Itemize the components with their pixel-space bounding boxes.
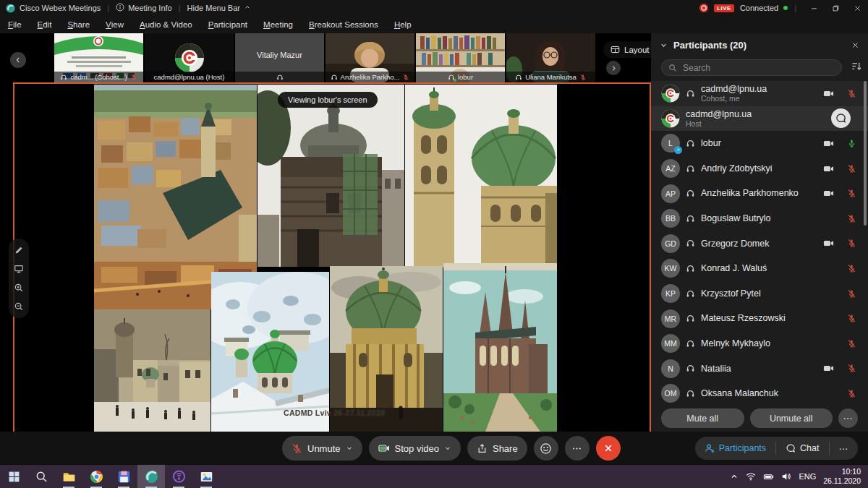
participant-role: Host — [686, 119, 831, 128]
mute-all-button[interactable]: Mute all — [661, 408, 744, 428]
muted-mic-icon — [847, 189, 856, 198]
participant-row[interactable]: KWKonrad J. Waluś — [651, 256, 868, 281]
participant-row[interactable]: APAnzhelika Parkhomenko — [651, 181, 868, 206]
participant-row[interactable]: MMMelnyk Mykhaylo — [651, 331, 868, 356]
muted-mic-icon — [847, 239, 856, 248]
video-thumbnail-6[interactable]: Uliana Marikutsa — [506, 33, 595, 82]
menu-item-participant[interactable]: Participant — [200, 16, 255, 33]
more-options-button[interactable] — [565, 436, 590, 461]
title-bar: Cisco Webex Meetings | Meeting Info | Hi… — [0, 0, 868, 16]
participant-name: Grzegorz Domek — [701, 239, 814, 249]
strip-prev-button[interactable] — [10, 52, 26, 68]
chevron-down-icon[interactable] — [346, 445, 353, 452]
close-panel-icon[interactable] — [851, 41, 859, 49]
sharing-dot — [454, 79, 456, 82]
chat-toggle-button[interactable]: Chat — [776, 437, 828, 460]
participant-row[interactable]: cadmd@lpnu.uaHost — [651, 106, 868, 132]
camera-on-icon — [823, 88, 834, 99]
headset-icon — [686, 89, 695, 98]
search-input[interactable] — [681, 62, 835, 74]
menu-item-share[interactable]: Share — [59, 16, 98, 33]
participant-row[interactable]: BBBoguslaw Butrylo — [651, 206, 868, 231]
camera-on-icon — [823, 363, 834, 374]
taskbar-webex-icon[interactable] — [137, 465, 165, 488]
time: 10:10 — [842, 467, 861, 476]
annotate-icon[interactable] — [14, 245, 24, 255]
more-panels-button[interactable]: ⋯ — [830, 437, 859, 460]
menu-item-view[interactable]: View — [98, 16, 132, 33]
participant-row[interactable]: cadmd@lpnu.uaCohost, me — [651, 81, 868, 106]
menu-item-file[interactable]: File — [0, 16, 30, 33]
headset-icon — [686, 214, 695, 223]
hidden-icons-chevron[interactable] — [730, 472, 739, 481]
volume-icon[interactable] — [781, 471, 791, 481]
participant-row[interactable]: KPKrzysztof Pytel — [651, 281, 868, 307]
mic-slot — [842, 364, 861, 373]
participant-text: Melnyk Mykhaylo — [701, 338, 814, 348]
muted-mic-icon — [847, 89, 856, 98]
minimize-button[interactable] — [803, 0, 825, 16]
participant-name: Andriy Zdobytskyi — [701, 163, 814, 174]
chat-participant-button[interactable] — [831, 108, 851, 128]
video-thumbnail-2[interactable]: cadmd@lpnu.ua (Host) — [145, 33, 234, 82]
zoom-out-icon[interactable] — [14, 301, 24, 312]
windows-taskbar: ENG 10:10 26.11.2020 — [0, 465, 868, 488]
thumbnail-name: Anzhelika Parkho... — [341, 73, 400, 81]
participant-row[interactable]: NNataliia — [651, 356, 868, 382]
photo-dominican-church-sepia — [330, 266, 443, 432]
stop-video-button[interactable]: Stop video — [369, 436, 461, 461]
participant-avatar: GD — [661, 234, 680, 253]
taskbar-save-app-icon[interactable] — [110, 465, 137, 488]
participants-more-button[interactable]: ⋯ — [838, 408, 858, 428]
restore-button[interactable] — [825, 0, 846, 16]
taskbar-photos-app-icon[interactable] — [192, 465, 220, 488]
chevron-down-icon[interactable] — [444, 445, 451, 452]
language-indicator[interactable]: ENG — [799, 472, 816, 481]
taskbar-file-explorer-icon[interactable] — [55, 465, 82, 488]
participants-toggle-button[interactable]: Participants — [695, 437, 775, 460]
menu-item-audio-video[interactable]: Audio & Video — [132, 16, 200, 33]
muted-mic-icon — [292, 443, 302, 454]
video-thumbnail-3[interactable]: Vitaliy Mazur — [235, 33, 324, 82]
participant-name: Nataliia — [701, 364, 814, 374]
muted-mic-icon — [847, 339, 856, 348]
menu-item-breakout-sessions[interactable]: Breakout Sessions — [301, 16, 386, 33]
participant-row[interactable]: Llobur — [651, 131, 868, 156]
screen-icon[interactable] — [14, 264, 24, 274]
chevron-down-icon[interactable] — [660, 41, 668, 49]
menu-item-edit[interactable]: Edit — [30, 16, 60, 33]
wifi-icon[interactable] — [746, 471, 756, 481]
camera-slot — [814, 363, 842, 374]
meeting-info-button[interactable]: Meeting Info — [116, 3, 172, 13]
sort-participants-icon[interactable] — [851, 61, 862, 72]
video-thumbnail-1[interactable]: cadm... (Cohost...) — [54, 33, 143, 82]
participant-row[interactable]: OMOksana Malanchuk — [651, 381, 868, 406]
headset-icon — [331, 74, 338, 81]
menu-item-meeting[interactable]: Meeting — [255, 16, 301, 33]
layout-button[interactable]: Layout — [603, 41, 657, 58]
taskbar-windows-start-icon[interactable] — [0, 465, 27, 488]
participant-row[interactable]: GDGrzegorz Domek — [651, 231, 868, 257]
hide-menu-bar-button[interactable]: Hide Menu Bar — [187, 4, 251, 12]
unmute-button[interactable]: Unmute — [282, 436, 362, 461]
taskbar-chrome-icon[interactable] — [82, 465, 110, 488]
reactions-button[interactable] — [534, 436, 558, 461]
taskbar-search-icon[interactable] — [27, 465, 55, 488]
leave-meeting-button[interactable] — [596, 436, 621, 461]
battery-icon[interactable] — [763, 471, 774, 482]
participant-row[interactable]: MRMateusz Rzeszowski — [651, 306, 868, 331]
video-thumbnail-5[interactable]: lobur — [416, 33, 505, 82]
unmute-all-button[interactable]: Unmute all — [750, 408, 833, 428]
taskbar-clock[interactable]: 10:10 26.11.2020 — [823, 467, 861, 486]
taskbar-viber-icon[interactable] — [165, 465, 192, 488]
strip-next-button[interactable] — [606, 61, 621, 75]
zoom-in-icon[interactable] — [14, 283, 24, 293]
video-thumbnail-4[interactable]: Anzhelika Parkho... — [326, 33, 414, 82]
participant-row[interactable]: AZAndriy Zdobytskyi — [651, 156, 868, 181]
titlebar-divider: | — [794, 4, 796, 12]
close-window-button[interactable] — [846, 0, 868, 16]
share-button[interactable]: Share — [467, 436, 527, 461]
panel-scrollbar[interactable] — [864, 81, 867, 226]
muted-mic-icon — [847, 314, 856, 323]
menu-item-help[interactable]: Help — [386, 16, 420, 33]
